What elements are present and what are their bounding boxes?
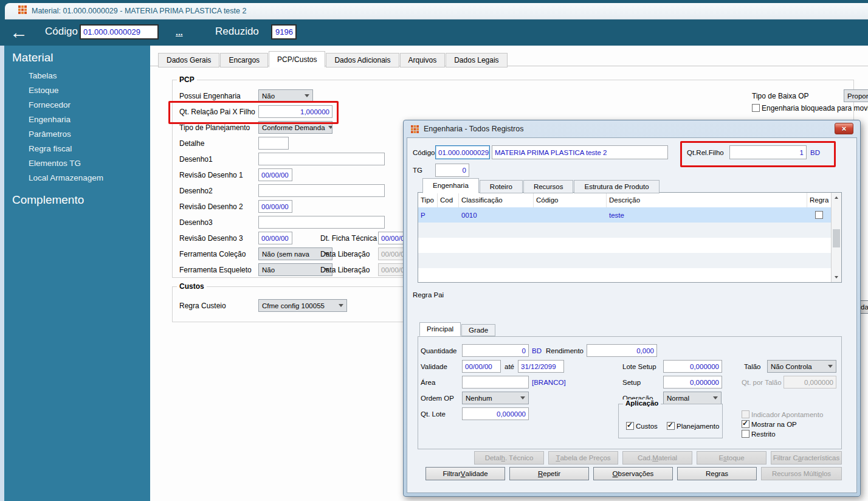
validade-input[interactable]: 00/00/00: [462, 360, 501, 373]
revisao-desenho2-label: Revisão Desenho 2: [179, 200, 243, 213]
sidebar-item-regra-fiscal[interactable]: Regra fiscal: [29, 144, 72, 153]
sidebar-item-engenharia[interactable]: Engenharia: [29, 115, 71, 124]
qt-por-talao-label: Qt. por Talão: [742, 376, 782, 389]
sidebar-item-estoque[interactable]: Estoque: [29, 86, 59, 95]
tipo-baixa-op-label: Tipo de Baixa OP: [752, 89, 809, 102]
setup-input[interactable]: 0,000000: [663, 376, 722, 389]
sidebar-item-parametros[interactable]: Parâmetros: [29, 130, 71, 139]
ferramenta-colecao-label: Ferramenta Coleção: [179, 247, 246, 260]
tabela-de-precos-button: Tabela de Preços: [548, 451, 618, 465]
tipo-planejamento-select[interactable]: Conforme Demanda: [258, 121, 332, 134]
repetir-button[interactable]: Repetir: [509, 467, 589, 480]
restrito-checkbox[interactable]: [742, 430, 749, 438]
engenharia-dialog: Engenharia - Todos Registros × Código Pa…: [403, 120, 861, 497]
tab-encargos[interactable]: Encargos: [220, 53, 268, 67]
sidebar-item-elementos-tg[interactable]: Elementos TG: [29, 159, 81, 168]
revisao-desenho3-input[interactable]: 00/00/00: [258, 232, 292, 244]
dialog-tab-roteiro[interactable]: Roteiro: [480, 180, 523, 193]
revisao-desenho3-label: Revisão Desenho 3: [179, 232, 243, 244]
operacao-select[interactable]: Normal: [663, 392, 722, 404]
codigo-pai-descricao-input[interactable]: MATERIA PRIMA PLASTICA teste 2: [492, 145, 668, 159]
reduzido-input[interactable]: 9196: [271, 24, 297, 40]
tab-dados-adicionais[interactable]: Dados Adicionais: [326, 53, 399, 67]
regras-button[interactable]: Regras: [677, 467, 757, 480]
desenho3-input[interactable]: [258, 216, 385, 229]
planejamento-checkbox[interactable]: [667, 422, 675, 430]
sidebar-item-local-armazenagem[interactable]: Local Armazenagem: [29, 173, 103, 182]
tab-dados-legais[interactable]: Dados Legais: [446, 53, 507, 67]
grid-row-selected[interactable]: P 0010 teste: [418, 207, 831, 223]
tab-pcp-custos[interactable]: PCP/Custos: [269, 51, 325, 67]
quantidade-input[interactable]: 0: [462, 344, 529, 357]
chevron-down-icon: [520, 396, 525, 399]
engenharia-grid: Tipo Cod Classificação Código Descrição …: [418, 192, 842, 283]
scrollbar-thumb[interactable]: [833, 229, 840, 247]
dialog-tab-estrutura[interactable]: Estrutura de Produto: [574, 180, 659, 193]
filtrar-validade-button[interactable]: Filtrar Validade: [425, 467, 505, 480]
grid-col-descricao: Descrição: [607, 193, 807, 207]
possui-engenharia-select[interactable]: Não: [258, 89, 313, 102]
tab-arquivos[interactable]: Arquivos: [400, 53, 446, 67]
dialog-title: Engenharia - Todos Registros: [424, 125, 523, 133]
rendimento-input[interactable]: 0,000: [587, 344, 657, 357]
tg-input[interactable]: 0: [435, 164, 469, 177]
sidebar-item-tabelas[interactable]: Tabelas: [29, 71, 57, 80]
back-arrow-button[interactable]: ←: [10, 20, 28, 44]
qt-por-talao-input: 0,000000: [784, 376, 836, 389]
validade-ate-input[interactable]: 31/12/2099: [518, 360, 564, 373]
dialog-tabstrip: Engenharia Roteiro Recursos Estrutura de…: [422, 179, 660, 193]
reduzido-label: Reduzido: [215, 26, 259, 38]
tab-dados-gerais[interactable]: Dados Gerais: [158, 53, 219, 67]
codigo-input[interactable]: 01.000.0000029: [80, 24, 159, 40]
tipo-baixa-op-select[interactable]: Proporç: [844, 89, 868, 102]
dialog-tab-engenharia[interactable]: Engenharia: [422, 178, 479, 193]
ordem-op-select[interactable]: Nenhum: [462, 392, 529, 404]
chevron-down-icon: [713, 396, 718, 399]
regra-custeio-label: Regra Custeio: [179, 299, 226, 312]
codigo-label: Código: [45, 26, 78, 38]
codigo-pai-input[interactable]: 01.000.0000029: [435, 145, 490, 159]
grid-col-tipo: Tipo: [418, 193, 438, 207]
revisao-desenho1-input[interactable]: 00/00/00: [258, 168, 292, 181]
custos-checkbox[interactable]: [626, 422, 634, 430]
lote-setup-input[interactable]: 0,000000: [663, 360, 722, 373]
subtab-principal[interactable]: Principal: [419, 322, 461, 336]
screen: Material: 01.000.0000029 - MATERIA PRIMA…: [0, 0, 868, 501]
sidebar-item-fornecedor[interactable]: Fornecedor: [29, 100, 71, 109]
tg-label: TG: [413, 164, 422, 176]
detalh-tecnico-button: Detalh. Técnico: [474, 451, 544, 465]
codigo-more-link[interactable]: ...: [176, 27, 183, 37]
close-icon[interactable]: ×: [835, 123, 853, 134]
app-icon: [18, 5, 27, 16]
qt-relacao-input[interactable]: 1,000000: [258, 105, 332, 118]
subtab-grade[interactable]: Grade: [461, 324, 495, 336]
scroll-down-icon[interactable]: [832, 272, 841, 282]
grid-row-empty: [418, 238, 831, 253]
cell-cod: [438, 207, 459, 223]
mostrar-na-op-checkbox[interactable]: [742, 420, 749, 428]
app-icon: [411, 125, 419, 136]
qt-rel-filho-input[interactable]: 1: [729, 145, 807, 159]
desenho2-input[interactable]: [258, 184, 385, 197]
chevron-down-icon: [828, 365, 833, 368]
talao-select[interactable]: Não Controla: [767, 360, 836, 373]
dialog-content: Código Pai 01.000.0000029 MATERIA PRIMA …: [407, 137, 857, 493]
dialog-titlebar[interactable]: Engenharia - Todos Registros ×: [404, 120, 860, 137]
regra-custeio-select[interactable]: Cfme config 100055: [258, 299, 347, 312]
grid-scrollbar[interactable]: [831, 193, 841, 282]
recursos-multiplos-button: Recursos Múltiplos: [761, 467, 842, 480]
cell-tipo: P: [418, 207, 438, 223]
qt-lote-label: Qt. Lote: [421, 407, 446, 420]
detalhe-input[interactable]: [258, 137, 289, 150]
scroll-up-icon[interactable]: [832, 193, 841, 202]
desenho1-input[interactable]: [258, 153, 385, 165]
sidebar-section-complemento[interactable]: Complemento: [12, 193, 84, 207]
regra-checkbox[interactable]: [815, 211, 823, 219]
qt-lote-input[interactable]: 0,000000: [462, 407, 529, 420]
revisao-desenho2-input[interactable]: 00/00/00: [258, 200, 292, 213]
observacoes-button[interactable]: Observações: [593, 467, 673, 480]
engenharia-bloqueada-checkbox[interactable]: [752, 104, 760, 112]
area-input[interactable]: [462, 376, 529, 389]
dialog-tab-recursos[interactable]: Recursos: [523, 180, 574, 193]
sidebar-section-material[interactable]: Material: [12, 51, 53, 64]
